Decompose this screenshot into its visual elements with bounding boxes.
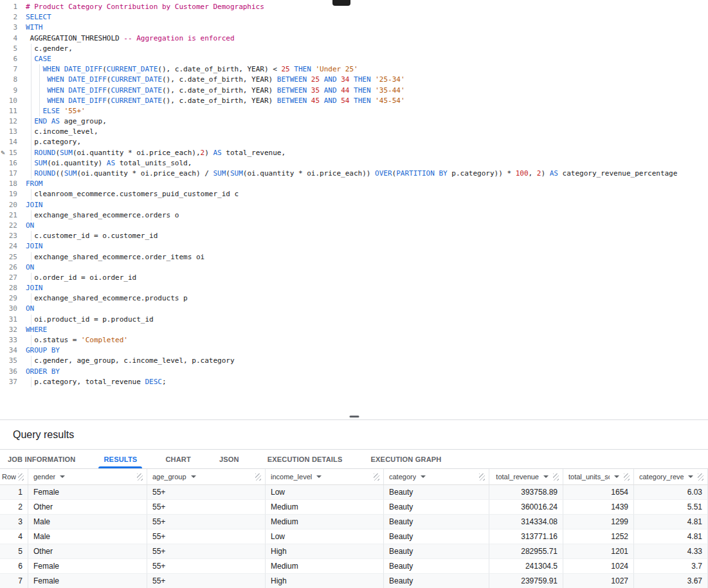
- code-line[interactable]: 11 ELSE '55+': [0, 106, 708, 116]
- indent-guide: [31, 54, 32, 64]
- cell-income_level: High: [266, 574, 384, 588]
- tab-json[interactable]: JSON: [205, 450, 253, 468]
- line-number: 14: [0, 137, 17, 147]
- line-number: 22: [0, 221, 17, 231]
- code-line[interactable]: 3WITH: [0, 23, 708, 33]
- cell-income_level: High: [266, 544, 384, 559]
- cell-total_revenue: 393758.89: [489, 485, 563, 500]
- code-line[interactable]: 16 SUM(oi.quantity) AS total_units_sold,: [0, 158, 708, 169]
- column-resize-handle[interactable]: [374, 473, 379, 481]
- column-menu-arrow-icon[interactable]: [688, 475, 693, 478]
- code-line[interactable]: 12 END AS age_group,: [0, 116, 708, 127]
- line-number: 36: [0, 367, 17, 377]
- column-menu-arrow-icon[interactable]: [543, 475, 549, 478]
- code-line[interactable]: 4 AGGREGATION_THRESHOLD -- Aggregation i…: [0, 33, 708, 44]
- cell-age_group: 55+: [147, 500, 266, 515]
- results-tabs: JOB INFORMATIONRESULTSCHARTJSONEXECUTION…: [0, 450, 708, 469]
- table-row: 4Male55+LowBeauty313771.1612524.81: [0, 529, 708, 544]
- code-line[interactable]: 2SELECT: [0, 12, 708, 23]
- column-label: gender: [33, 473, 55, 481]
- column-resize-handle[interactable]: [624, 473, 630, 481]
- column-resize-handle[interactable]: [553, 473, 559, 481]
- code-line[interactable]: 28JOIN: [0, 283, 708, 293]
- indent-guide: [31, 189, 32, 199]
- code-line[interactable]: 35 c.gender, age_group, c.income_level, …: [0, 356, 708, 366]
- cell-category: Beauty: [384, 529, 489, 544]
- code-line[interactable]: 23 c.customer_id = o.customer_id: [0, 231, 708, 241]
- indent-guide: [31, 148, 32, 158]
- cell-age_group: 55+: [147, 485, 266, 500]
- tab-results[interactable]: RESULTS: [89, 450, 151, 468]
- code-line[interactable]: 25 exchange_shared_ecommerce.order_items…: [0, 252, 708, 262]
- column-header-row: Row: [0, 469, 28, 484]
- code-line[interactable]: 33 o.status = 'Completed': [0, 335, 708, 345]
- column-resize-handle[interactable]: [698, 473, 703, 481]
- code-line[interactable]: 30ON: [0, 304, 708, 314]
- indent-guide: [31, 335, 32, 345]
- line-number: 26: [0, 262, 17, 273]
- code-line[interactable]: 19 cleanroom_ecommerce.customers_puid_cu…: [0, 189, 708, 199]
- line-number: 16: [0, 158, 17, 169]
- results-table: Rowgenderage_groupincome_levelcategoryto…: [0, 469, 708, 588]
- indent-guide: [31, 315, 32, 325]
- column-resize-handle[interactable]: [255, 473, 261, 481]
- code-line[interactable]: 21 exchange_shared_ecommerce.orders o: [0, 210, 708, 221]
- line-number: 12: [0, 116, 17, 127]
- column-menu-arrow-icon[interactable]: [421, 475, 426, 478]
- tab-execution-graph[interactable]: EXECUTION GRAPH: [357, 450, 456, 468]
- column-resize-handle[interactable]: [137, 473, 143, 481]
- column-menu-arrow-icon[interactable]: [316, 475, 322, 478]
- table-row: 6Female55+MediumBeauty241304.510243.7: [0, 559, 708, 574]
- line-number: 32: [0, 325, 17, 335]
- indent-guide: [31, 210, 32, 221]
- indent-guide: [39, 75, 40, 85]
- tab-job-information[interactable]: JOB INFORMATION: [0, 450, 89, 468]
- panel-splitter[interactable]: [0, 414, 708, 419]
- cell-category_revenue_percentage: 4.81: [634, 515, 708, 529]
- cell-category: Beauty: [384, 544, 489, 559]
- column-header-gender: gender: [28, 469, 147, 484]
- code-line[interactable]: 20JOIN: [0, 200, 708, 210]
- column-menu-arrow-icon[interactable]: [614, 475, 619, 478]
- column-resize-handle[interactable]: [18, 473, 24, 481]
- code-line[interactable]: 10 WHEN DATE_DIFF(CURRENT_DATE(), c.date…: [0, 96, 708, 106]
- code-line[interactable]: 6 CASE: [0, 54, 708, 64]
- code-line[interactable]: 22ON: [0, 221, 708, 231]
- column-resize-handle[interactable]: [479, 473, 485, 481]
- code-line[interactable]: 36ORDER BY: [0, 367, 708, 377]
- code-line[interactable]: 9 WHEN DATE_DIFF(CURRENT_DATE(), c.date_…: [0, 86, 708, 96]
- code-line[interactable]: 14 p.category,: [0, 137, 708, 147]
- line-number: 33: [0, 335, 17, 345]
- code-line[interactable]: 29 exchange_shared_ecommerce.products p: [0, 293, 708, 304]
- code-line[interactable]: 5 c.gender,: [0, 44, 708, 54]
- code-line[interactable]: 1# Product Category Contribution by Cust…: [0, 2, 708, 12]
- code-line[interactable]: 31 oi.product_id = p.product_id: [0, 315, 708, 325]
- code-line[interactable]: 27 o.order_id = oi.order_id: [0, 273, 708, 283]
- cell-total_revenue: 241304.5: [489, 559, 563, 574]
- indent-guide: [31, 116, 32, 127]
- sql-editor[interactable]: 1# Product Category Contribution by Cust…: [0, 0, 708, 414]
- column-menu-arrow-icon[interactable]: [191, 475, 196, 478]
- tab-execution-details[interactable]: EXECUTION DETAILS: [253, 450, 357, 468]
- code-line[interactable]: 32WHERE: [0, 325, 708, 335]
- code-line[interactable]: 26ON: [0, 262, 708, 273]
- indent-guide: [31, 127, 32, 137]
- code-line[interactable]: 24JOIN: [0, 241, 708, 252]
- code-line[interactable]: 15✎ ROUND(SUM(oi.quantity * oi.price_eac…: [0, 148, 708, 158]
- indent-guide: [31, 356, 32, 366]
- indent-guide: [31, 231, 32, 241]
- code-line[interactable]: 17 ROUND((SUM(oi.quantity * oi.price_eac…: [0, 169, 708, 179]
- column-menu-arrow-icon[interactable]: [60, 475, 65, 478]
- tab-chart[interactable]: CHART: [151, 450, 205, 468]
- column-header-total_units_sold: total_units_sold: [563, 469, 634, 484]
- code-line[interactable]: 37 p.category, total_revenue DESC;: [0, 377, 708, 387]
- code-line[interactable]: 7 WHEN DATE_DIFF(CURRENT_DATE(), c.date_…: [0, 64, 708, 75]
- cell-category_revenue_percentage: 5.51: [634, 500, 708, 515]
- indent-guide: [31, 75, 32, 85]
- cell-category: Beauty: [384, 574, 489, 588]
- column-header-income_level: income_level: [266, 469, 384, 484]
- code-line[interactable]: 13 c.income_level,: [0, 127, 708, 137]
- code-line[interactable]: 34GROUP BY: [0, 345, 708, 356]
- code-line[interactable]: 18FROM: [0, 179, 708, 189]
- code-line[interactable]: 8 WHEN DATE_DIFF(CURRENT_DATE(), c.date_…: [0, 75, 708, 85]
